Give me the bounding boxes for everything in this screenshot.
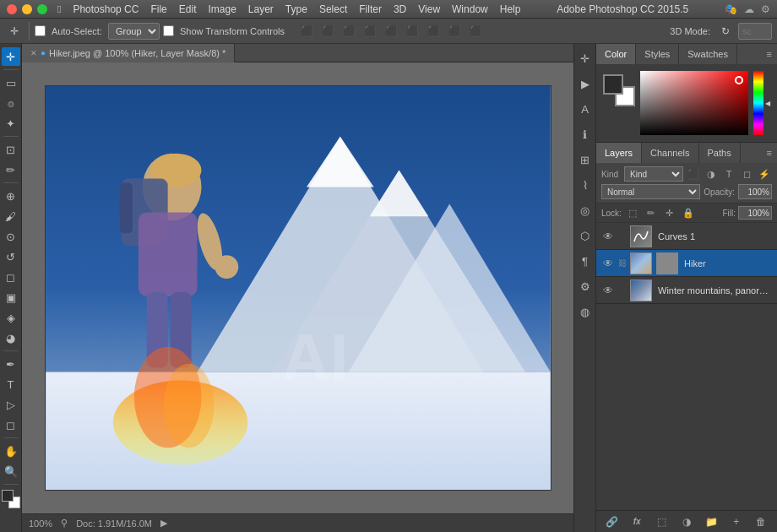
- distribute-v-btn[interactable]: ⬛: [445, 22, 464, 41]
- status-arrow[interactable]: ▶: [160, 518, 167, 529]
- menu-select[interactable]: Select: [319, 3, 347, 15]
- dodge-tool[interactable]: ◕: [2, 328, 20, 347]
- search-input[interactable]: [738, 23, 772, 40]
- hand-tool[interactable]: ✋: [2, 442, 20, 460]
- align-left-btn[interactable]: ⬛: [297, 22, 316, 41]
- menu-file[interactable]: File: [150, 3, 166, 15]
- maximize-button[interactable]: [37, 4, 47, 14]
- foreground-color-swatch[interactable]: [603, 74, 623, 95]
- pen-tool[interactable]: ✒: [2, 355, 20, 373]
- hue-slider[interactable]: [753, 71, 763, 135]
- tab-layers[interactable]: Layers: [596, 143, 642, 163]
- sidebar-3d-icon[interactable]: ⬡: [576, 226, 595, 245]
- auto-select-checkbox[interactable]: [35, 25, 46, 36]
- filter-adjustment-btn[interactable]: ◑: [704, 166, 719, 182]
- align-bottom-btn[interactable]: ⬛: [403, 22, 421, 41]
- path-selection-tool[interactable]: ▷: [2, 395, 20, 414]
- clone-stamp-tool[interactable]: ⊙: [2, 227, 20, 246]
- zoom-tool[interactable]: 🔍: [2, 462, 20, 480]
- new-adjustment-btn[interactable]: ◑: [678, 513, 695, 530]
- fill-input[interactable]: [738, 206, 772, 220]
- lock-transparent-btn[interactable]: ⬚: [625, 205, 640, 220]
- sidebar-paragraph-icon[interactable]: ¶: [576, 252, 595, 270]
- layer-row-mountains[interactable]: 👁 Winter mountains, panora...: [596, 277, 777, 304]
- move-tool[interactable]: ✛: [2, 47, 20, 66]
- apple-menu[interactable]: : [57, 3, 61, 15]
- healing-brush-tool[interactable]: ⊕: [2, 187, 20, 205]
- sidebar-select-icon[interactable]: ◎: [576, 201, 595, 220]
- filter-shape-btn[interactable]: ◻: [739, 166, 754, 182]
- tab-swatches[interactable]: Swatches: [679, 44, 737, 64]
- align-center-h-btn[interactable]: ⬛: [318, 22, 337, 41]
- select-tool[interactable]: ▭: [2, 73, 20, 92]
- layer-visibility-mountains[interactable]: 👁: [601, 284, 615, 297]
- sidebar-filter-icon[interactable]: ◍: [576, 302, 595, 321]
- menu-edit[interactable]: Edit: [179, 3, 197, 15]
- quick-select-tool[interactable]: ✦: [2, 114, 20, 133]
- layer-link-hiker[interactable]: ⛓: [617, 257, 628, 270]
- opacity-input[interactable]: [738, 184, 772, 199]
- gradient-tool[interactable]: ▣: [2, 288, 20, 307]
- 3d-rotate-btn[interactable]: ↻: [716, 22, 735, 41]
- shape-tool[interactable]: ◻: [2, 415, 20, 434]
- lock-pixels-btn[interactable]: ✏: [644, 205, 659, 220]
- layer-row-hiker[interactable]: 👁 ⛓ Hiker: [596, 250, 777, 277]
- blend-mode-select[interactable]: Normal: [601, 184, 700, 199]
- align-center-v-btn[interactable]: ⬛: [382, 22, 400, 41]
- color-spectrum[interactable]: [640, 71, 748, 135]
- layers-panel-menu[interactable]: ≡: [762, 148, 777, 158]
- filter-type-btn[interactable]: T: [721, 166, 736, 182]
- sidebar-gear-icon[interactable]: ⚙: [576, 277, 595, 296]
- history-brush-tool[interactable]: ↺: [2, 247, 20, 266]
- menu-image[interactable]: Image: [208, 3, 236, 15]
- delete-layer-btn[interactable]: 🗑: [753, 513, 769, 530]
- sidebar-arrow-icon[interactable]: ▶: [576, 74, 595, 93]
- minimize-button[interactable]: [22, 4, 32, 14]
- close-icon[interactable]: ✕: [30, 49, 37, 57]
- menu-help[interactable]: Help: [500, 3, 521, 15]
- menu-window[interactable]: Window: [452, 3, 488, 15]
- brush-tool[interactable]: 🖌: [2, 207, 20, 225]
- align-right-btn[interactable]: ⬛: [340, 22, 358, 41]
- show-transform-checkbox[interactable]: [163, 25, 174, 36]
- layer-visibility-curves[interactable]: 👁: [601, 230, 615, 243]
- kind-select[interactable]: Kind: [624, 166, 683, 182]
- tab-paths[interactable]: Paths: [699, 143, 741, 163]
- canvas[interactable]: AI: [45, 85, 552, 491]
- fx-btn[interactable]: fx: [628, 513, 645, 530]
- document-tab[interactable]: ✕ ● Hiker.jpeg @ 100% (Hiker, Layer Mask…: [22, 44, 235, 62]
- layer-row[interactable]: 👁 Curves 1: [596, 223, 777, 250]
- blur-tool[interactable]: ◈: [2, 308, 20, 327]
- close-button[interactable]: [7, 4, 17, 14]
- sidebar-curves-icon[interactable]: ⌇: [576, 176, 595, 194]
- link-layers-btn[interactable]: 🔗: [604, 513, 621, 530]
- eraser-tool[interactable]: ◻: [2, 268, 20, 286]
- lasso-tool[interactable]: ⌾: [2, 94, 20, 112]
- menu-filter[interactable]: Filter: [359, 3, 382, 15]
- crop-tool[interactable]: ⊡: [2, 140, 20, 159]
- sidebar-info-icon[interactable]: ℹ: [576, 125, 595, 144]
- tab-styles[interactable]: Styles: [636, 44, 679, 64]
- tab-color[interactable]: Color: [596, 44, 636, 64]
- menu-type[interactable]: Type: [285, 3, 307, 15]
- color-panel-menu[interactable]: ≡: [762, 49, 777, 59]
- new-layer-btn[interactable]: +: [728, 513, 745, 530]
- sidebar-move-icon[interactable]: ✛: [576, 49, 595, 68]
- menu-photoshop[interactable]: Photoshop CC: [73, 3, 139, 15]
- layer-visibility-hiker[interactable]: 👁: [601, 257, 615, 270]
- filter-pixel-btn[interactable]: ⬛: [686, 166, 701, 182]
- foreground-color[interactable]: [2, 490, 14, 502]
- text-tool[interactable]: T: [2, 375, 20, 394]
- auto-select-type[interactable]: Group: [108, 23, 160, 40]
- menu-view[interactable]: View: [418, 3, 440, 15]
- move-tool-btn[interactable]: ✛: [5, 22, 24, 41]
- menu-3d[interactable]: 3D: [394, 3, 406, 15]
- sidebar-layers-icon[interactable]: ⊞: [576, 150, 595, 169]
- sidebar-text-icon[interactable]: A: [576, 100, 595, 118]
- menu-layer[interactable]: Layer: [248, 3, 274, 15]
- eyedropper-tool[interactable]: ✏: [2, 160, 20, 179]
- auto-align-btn[interactable]: ⬛: [466, 22, 485, 41]
- lock-all-btn[interactable]: 🔒: [681, 205, 696, 220]
- lock-position-btn[interactable]: ✛: [662, 205, 677, 220]
- filter-smart-btn[interactable]: ⚡: [757, 166, 772, 182]
